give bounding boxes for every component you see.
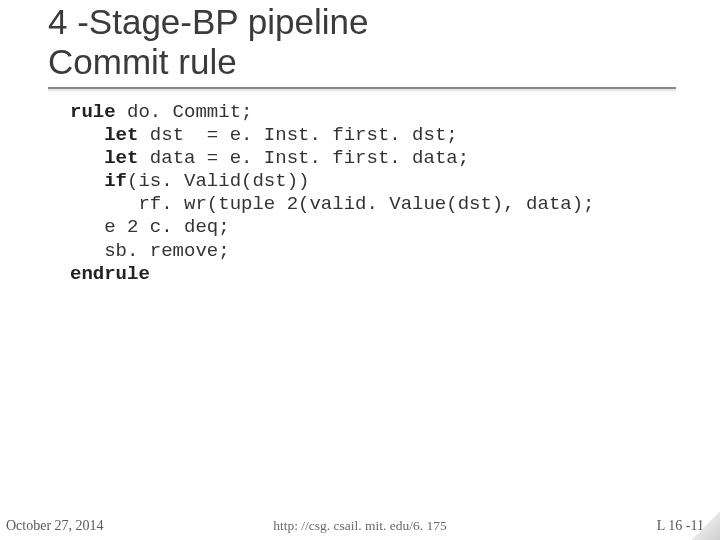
slide-title-line2: Commit rule bbox=[48, 42, 720, 82]
code-l5: rf. wr(tuple 2(valid. Value(dst), data); bbox=[70, 193, 595, 215]
code-l3: data = e. Inst. first. data; bbox=[138, 147, 469, 169]
footer-slide-number: L 16 -11 bbox=[657, 518, 704, 534]
code-block: rule do. Commit; let dst = e. Inst. firs… bbox=[70, 101, 720, 286]
title-block: 4 -Stage-BP pipeline Commit rule bbox=[0, 0, 720, 89]
kw-endrule: endrule bbox=[70, 263, 150, 285]
kw-rule: rule bbox=[70, 101, 116, 123]
code-l2: dst = e. Inst. first. dst; bbox=[138, 124, 457, 146]
code-l4: (is. Valid(dst)) bbox=[127, 170, 309, 192]
slide: 4 -Stage-BP pipeline Commit rule rule do… bbox=[0, 0, 720, 540]
code-l6: e 2 c. deq; bbox=[70, 216, 230, 238]
kw-let-1: let bbox=[104, 124, 138, 146]
slide-title-line1: 4 -Stage-BP pipeline bbox=[48, 2, 720, 42]
code-l1: do. Commit; bbox=[116, 101, 253, 123]
footer: October 27, 2014 http: //csg. csail. mit… bbox=[0, 518, 720, 534]
footer-url: http: //csg. csail. mit. edu/6. 175 bbox=[273, 518, 447, 534]
title-underline bbox=[48, 87, 676, 89]
kw-if: if bbox=[104, 170, 127, 192]
code-l7: sb. remove; bbox=[70, 240, 230, 262]
footer-date: October 27, 2014 bbox=[6, 518, 104, 534]
kw-let-2: let bbox=[104, 147, 138, 169]
